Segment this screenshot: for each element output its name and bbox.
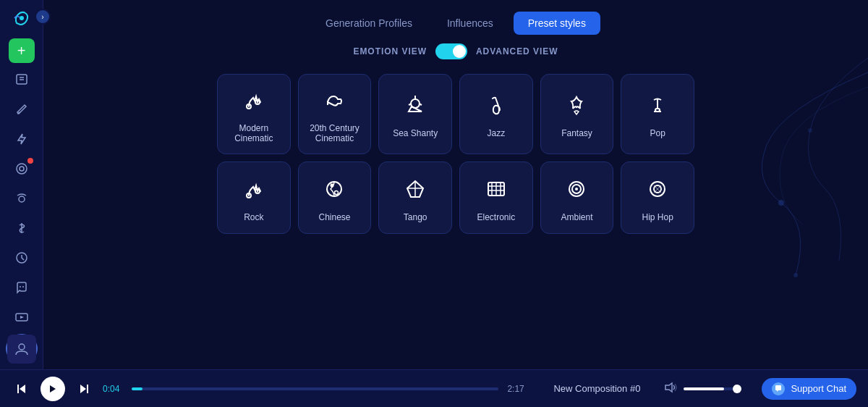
skip-forward-button[interactable] bbox=[74, 379, 94, 399]
genre-icon-jazz bbox=[484, 93, 509, 121]
genre-card-hip-hop[interactable]: Hip Hop bbox=[621, 161, 694, 234]
genre-icon-electronic bbox=[484, 177, 509, 205]
view-toggle-switch[interactable] bbox=[435, 43, 467, 59]
genre-grid-row1: ModernCinematic 20th CenturyCinematic bbox=[174, 74, 738, 154]
genre-icon-ambient bbox=[564, 177, 589, 205]
top-navigation: Generation Profiles Influences Preset st… bbox=[43, 0, 868, 43]
sidebar-item-discord[interactable] bbox=[7, 274, 36, 301]
play-button[interactable] bbox=[41, 377, 65, 401]
svg-point-0 bbox=[20, 16, 24, 20]
svg-marker-13 bbox=[20, 316, 24, 319]
genre-icon-tango bbox=[403, 177, 427, 205]
genre-label-chinese: Chinese bbox=[318, 212, 350, 222]
genre-card-ambient[interactable]: Ambient bbox=[540, 161, 614, 234]
svg-marker-51 bbox=[665, 383, 672, 392]
progress-bar[interactable] bbox=[132, 387, 498, 390]
genre-card-tango[interactable]: Tango bbox=[378, 161, 452, 234]
genre-icon-hip-hop bbox=[645, 177, 670, 205]
svg-rect-47 bbox=[17, 385, 19, 393]
genre-card-chinese[interactable]: Chinese bbox=[298, 161, 372, 234]
genre-card-20th-century[interactable]: 20th CenturyCinematic bbox=[298, 74, 372, 154]
svg-marker-49 bbox=[80, 385, 86, 393]
sidebar-item-radio[interactable] bbox=[7, 185, 36, 211]
skip-back-button[interactable] bbox=[12, 379, 32, 399]
support-chat-button[interactable]: Support Chat bbox=[762, 378, 856, 400]
volume-bar[interactable] bbox=[684, 387, 741, 390]
volume-control bbox=[663, 380, 741, 398]
svg-point-43 bbox=[575, 188, 578, 190]
volume-icon bbox=[663, 380, 678, 398]
genre-card-jazz[interactable]: Jazz bbox=[459, 74, 533, 154]
genre-label-modern-cinematic: ModernCinematic bbox=[234, 123, 273, 143]
genre-label-electronic: Electronic bbox=[477, 212, 515, 222]
genre-icon-modern-cinematic bbox=[242, 88, 266, 116]
genre-label-pop: Pop bbox=[650, 128, 665, 138]
app-logo[interactable] bbox=[9, 6, 35, 30]
view-toggle-row: EMOTION VIEW ADVANCED VIEW bbox=[43, 43, 868, 59]
user-avatar[interactable] bbox=[7, 335, 36, 364]
support-chat-label: Support Chat bbox=[791, 383, 846, 394]
genre-icon-rock bbox=[242, 177, 266, 205]
player-bar: 0:04 2:17 New Composition #0 Support Cha… bbox=[0, 369, 868, 407]
genre-card-electronic[interactable]: Electronic bbox=[459, 161, 533, 234]
svg-point-30 bbox=[331, 183, 334, 187]
sidebar-item-dollar[interactable] bbox=[7, 214, 36, 241]
genre-label-tango: Tango bbox=[404, 212, 427, 222]
genre-label-fantasy: Fantasy bbox=[561, 128, 592, 138]
toggle-knob bbox=[453, 45, 466, 58]
progress-fill bbox=[132, 387, 142, 390]
genre-icon-sea-shanty bbox=[403, 93, 427, 121]
genre-card-pop[interactable]: Pop bbox=[621, 74, 694, 154]
total-time: 2:17 bbox=[507, 384, 530, 394]
advanced-view-label: ADVANCED VIEW bbox=[476, 46, 558, 56]
genre-label-20th-century: 20th CenturyCinematic bbox=[310, 123, 359, 143]
genre-card-sea-shanty[interactable]: Sea Shanty bbox=[378, 74, 452, 154]
tab-influences[interactable]: Influences bbox=[433, 12, 508, 35]
svg-point-8 bbox=[19, 196, 25, 202]
genre-grid-row2: Rock Chinese Tango bbox=[174, 161, 738, 234]
add-button[interactable]: + bbox=[9, 38, 35, 62]
emotion-view-label: EMOTION VIEW bbox=[353, 46, 427, 56]
tab-generation-profiles[interactable]: Generation Profiles bbox=[311, 12, 427, 35]
genre-card-modern-cinematic[interactable]: ModernCinematic bbox=[217, 74, 291, 154]
genre-label-ambient: Ambient bbox=[561, 212, 592, 222]
volume-knob[interactable] bbox=[733, 385, 741, 393]
sidebar-item-youtube[interactable] bbox=[7, 304, 36, 331]
svg-point-11 bbox=[22, 286, 24, 288]
main-content: Generation Profiles Influences Preset st… bbox=[43, 0, 868, 369]
svg-point-6 bbox=[17, 164, 27, 174]
genre-icon-fantasy bbox=[564, 93, 589, 121]
genre-label-rock: Rock bbox=[244, 212, 263, 222]
svg-rect-50 bbox=[87, 385, 88, 393]
genre-label-hip-hop: Hip Hop bbox=[642, 212, 673, 222]
sidebar-item-compose[interactable] bbox=[7, 66, 36, 93]
tab-preset-styles[interactable]: Preset styles bbox=[514, 12, 600, 35]
svg-point-10 bbox=[20, 286, 21, 288]
sidebar-item-bolt[interactable] bbox=[7, 125, 36, 152]
genre-label-jazz: Jazz bbox=[487, 128, 505, 138]
genre-card-rock[interactable]: Rock bbox=[217, 161, 291, 234]
svg-point-17 bbox=[808, 128, 812, 133]
svg-point-15 bbox=[778, 200, 784, 206]
svg-point-7 bbox=[20, 167, 24, 171]
genre-label-sea-shanty: Sea Shanty bbox=[393, 128, 438, 138]
track-name: New Composition #0 bbox=[553, 383, 640, 394]
support-chat-icon bbox=[772, 382, 785, 395]
svg-point-16 bbox=[793, 273, 798, 277]
current-time: 0:04 bbox=[103, 384, 123, 394]
sidebar-item-edit[interactable] bbox=[7, 96, 36, 122]
notification-badge bbox=[27, 158, 33, 164]
svg-marker-48 bbox=[50, 385, 56, 393]
sidebar: › + bbox=[0, 0, 43, 369]
genre-icon-chinese bbox=[322, 177, 346, 205]
svg-marker-5 bbox=[18, 134, 25, 144]
svg-point-14 bbox=[19, 344, 25, 350]
sidebar-item-history[interactable] bbox=[7, 245, 36, 272]
svg-marker-46 bbox=[20, 385, 25, 393]
svg-point-31 bbox=[335, 190, 339, 194]
volume-fill bbox=[684, 387, 724, 390]
genre-icon-pop bbox=[645, 93, 670, 121]
genre-card-fantasy[interactable]: Fantasy bbox=[540, 74, 614, 154]
sidebar-item-sounds[interactable] bbox=[7, 155, 36, 182]
genre-icon-20th-century bbox=[322, 88, 346, 116]
